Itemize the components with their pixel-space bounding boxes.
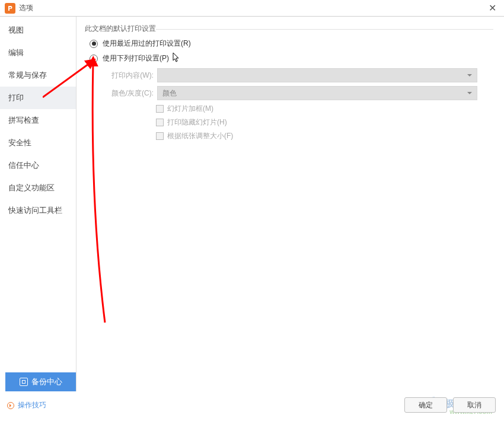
checkbox-fit[interactable]: 根据纸张调整大小(F) [156,131,493,141]
title-bar: 选项 ✕ [0,0,504,17]
group-title: 此文档的默认打印设置 [85,24,493,34]
app-logo-icon [5,3,15,14]
play-circle-icon [7,402,14,409]
checkbox-frame-label: 幻灯片加框(M) [167,104,213,114]
row-color: 颜色/灰度(C): 颜色 [105,86,493,100]
dialog-buttons: 确定 取消 [404,397,496,413]
radio-use-recent[interactable]: 使用最近用过的打印设置(R) [90,39,493,49]
window-title: 选项 [19,3,485,13]
label-print-content: 打印内容(W): [105,71,154,81]
sidebar-item-customize-ribbon[interactable]: 自定义功能区 [0,177,76,199]
tips-label: 操作技巧 [18,400,46,410]
dropdown-color-value: 颜色 [162,88,177,98]
sidebar-item-general-save[interactable]: 常规与保存 [0,64,76,87]
label-color: 颜色/灰度(C): [105,88,154,98]
dropdown-print-content[interactable] [157,68,477,82]
main-panel: 此文档的默认打印设置 使用最近用过的打印设置(R) 使用下列打印设置(P) 打印… [76,17,504,391]
backup-icon [20,378,28,386]
radio-icon [90,55,98,63]
row-print-content: 打印内容(W): [105,68,493,82]
content-area: 视图 编辑 常规与保存 打印 拼写检查 安全性 信任中心 自定义功能区 快速访问… [0,17,504,391]
sidebar: 视图 编辑 常规与保存 打印 拼写检查 安全性 信任中心 自定义功能区 快速访问… [0,17,76,391]
sidebar-item-trust-center[interactable]: 信任中心 [0,154,76,177]
radio-label-recent: 使用最近用过的打印设置(R) [103,39,191,49]
radio-label-below: 使用下列打印设置(P) [103,53,169,63]
sidebar-item-spellcheck[interactable]: 拼写检查 [0,109,76,132]
close-icon[interactable]: ✕ [485,2,499,14]
checkbox-frame[interactable]: 幻灯片加框(M) [156,104,493,114]
backup-label: 备份中心 [31,377,62,387]
radio-use-below[interactable]: 使用下列打印设置(P) [90,52,493,65]
sidebar-item-edit[interactable]: 编辑 [0,42,76,64]
ok-button[interactable]: 确定 [404,397,447,413]
checkbox-fit-label: 根据纸张调整大小(F) [167,131,233,141]
checkbox-icon [156,132,164,140]
sidebar-item-qat[interactable]: 快速访问工具栏 [0,199,76,222]
sidebar-item-security[interactable]: 安全性 [0,132,76,154]
cancel-button[interactable]: 取消 [453,397,496,413]
tips-link[interactable]: 操作技巧 [7,400,46,410]
sidebar-item-view[interactable]: 视图 [0,19,76,42]
dropdown-color[interactable]: 颜色 [157,86,477,100]
checkbox-hidden-label: 打印隐藏幻灯片(H) [167,117,227,127]
checkbox-hidden[interactable]: 打印隐藏幻灯片(H) [156,117,493,127]
backup-center-button[interactable]: 备份中心 [5,372,76,391]
cursor-icon [173,52,181,65]
checkbox-icon [156,105,164,113]
checkbox-icon [156,119,164,126]
sidebar-item-print[interactable]: 打印 [0,87,76,109]
radio-icon [90,40,98,48]
